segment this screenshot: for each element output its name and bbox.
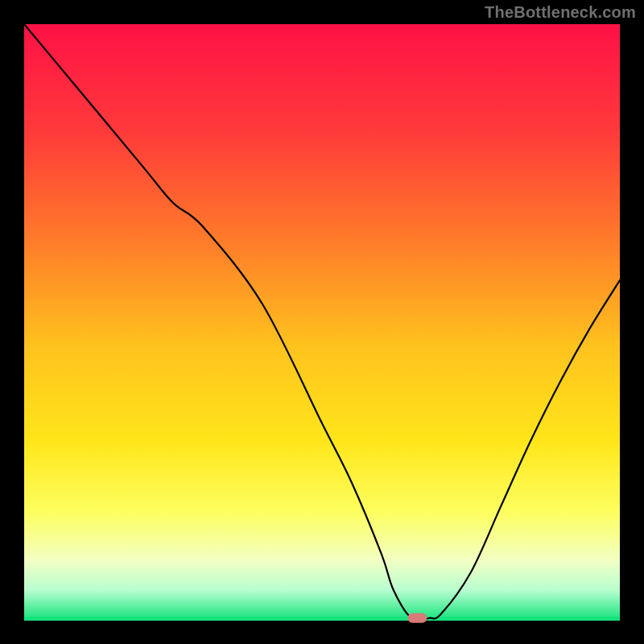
watermark-text: TheBottleneck.com [485, 3, 636, 22]
plot-area [24, 24, 620, 620]
optimal-marker [407, 613, 427, 623]
ground-stripe [24, 617, 620, 621]
chart-container: TheBottleneck.com [0, 0, 644, 644]
bottleneck-chart [0, 0, 644, 644]
